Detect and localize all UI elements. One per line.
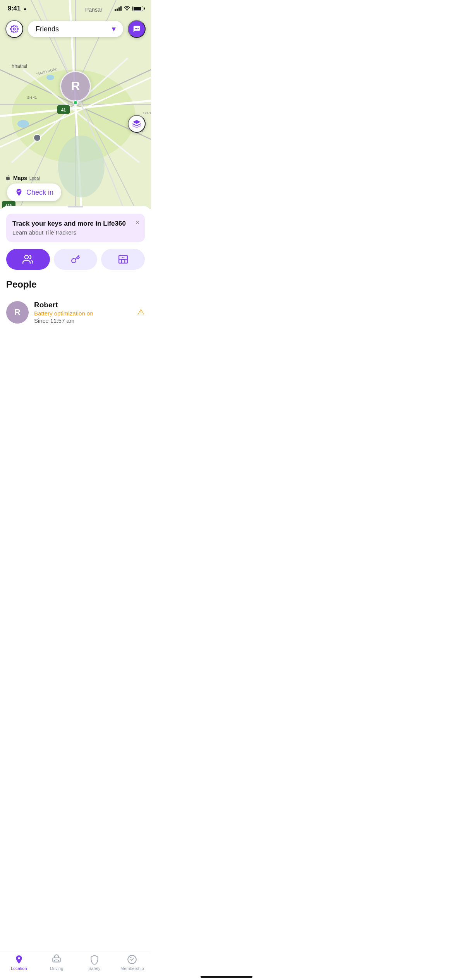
svg-rect-38 bbox=[122, 257, 122, 258]
svg-point-34 bbox=[136, 28, 137, 29]
people-section-title: People bbox=[0, 279, 151, 290]
settings-button[interactable] bbox=[5, 20, 23, 38]
svg-point-17 bbox=[46, 75, 54, 80]
close-banner-button[interactable]: × bbox=[135, 219, 139, 226]
chevron-down-icon: ▾ bbox=[112, 25, 115, 33]
layers-icon bbox=[132, 119, 141, 128]
bottom-sheet: Track your keys and more in Life360 Lear… bbox=[0, 206, 151, 367]
person-name: Robert bbox=[34, 301, 132, 309]
battery-icon bbox=[132, 6, 143, 11]
people-icon bbox=[22, 254, 33, 265]
wifi-icon bbox=[124, 5, 130, 12]
map-container[interactable]: 41 138 ISAND ROAD SH-133 SH-138 hhatral … bbox=[0, 0, 151, 209]
apple-icon bbox=[5, 175, 11, 181]
key-icon bbox=[71, 255, 80, 264]
apple-maps-label: Maps Legal bbox=[5, 175, 40, 181]
svg-text:41: 41 bbox=[61, 108, 66, 112]
person-row[interactable]: R Robert Battery optimization on Since 1… bbox=[0, 296, 151, 329]
apple-maps-text: Maps bbox=[13, 175, 27, 181]
tile-banner: Track your keys and more in Life360 Lear… bbox=[6, 214, 145, 242]
location-arrow-icon: ▲ bbox=[23, 6, 27, 11]
layers-button[interactable] bbox=[128, 115, 146, 133]
banner-subtitle: Learn about Tile trackers bbox=[12, 229, 139, 236]
person-since: Since 11:57 am bbox=[34, 317, 132, 324]
warning-icon: ⚠ bbox=[137, 307, 145, 317]
legal-link[interactable]: Legal bbox=[29, 176, 40, 180]
status-bar: 9:41 ▲ bbox=[0, 0, 151, 17]
building-action-button[interactable] bbox=[101, 249, 145, 270]
checkin-button[interactable]: Check in bbox=[7, 183, 61, 201]
building-icon bbox=[118, 254, 128, 264]
svg-text:SH 41: SH 41 bbox=[27, 96, 37, 99]
friends-label: Friends bbox=[36, 25, 59, 33]
status-icons bbox=[115, 5, 143, 12]
checkin-icon bbox=[15, 188, 23, 197]
svg-text:hhatral: hhatral bbox=[12, 63, 27, 69]
user-marker[interactable]: R bbox=[60, 71, 91, 105]
people-action-button[interactable] bbox=[6, 249, 50, 270]
banner-title: Track your keys and more in Life360 bbox=[12, 220, 139, 228]
svg-point-36 bbox=[25, 255, 28, 259]
other-user-dot bbox=[33, 134, 41, 142]
drag-handle[interactable] bbox=[68, 206, 83, 207]
top-controls: Friends ▾ bbox=[0, 20, 151, 38]
friends-dropdown[interactable]: Friends ▾ bbox=[28, 21, 123, 37]
person-info: Robert Battery optimization on Since 11:… bbox=[34, 301, 132, 324]
marker-pin bbox=[73, 100, 78, 105]
svg-point-35 bbox=[137, 28, 139, 29]
gear-icon bbox=[10, 25, 19, 33]
svg-point-16 bbox=[17, 120, 29, 128]
chat-icon bbox=[132, 25, 141, 33]
marker-avatar: R bbox=[60, 71, 91, 102]
signal-icon bbox=[115, 6, 122, 11]
status-time: 9:41 bbox=[8, 5, 21, 12]
person-avatar: R bbox=[6, 301, 29, 324]
svg-point-33 bbox=[135, 28, 136, 29]
svg-rect-39 bbox=[124, 257, 124, 258]
person-battery-status: Battery optimization on bbox=[34, 310, 132, 317]
svg-point-15 bbox=[58, 135, 105, 197]
key-action-button[interactable] bbox=[54, 249, 98, 270]
chat-button[interactable] bbox=[128, 20, 146, 38]
checkin-label: Check in bbox=[26, 188, 53, 197]
action-buttons-row bbox=[0, 249, 151, 270]
svg-text:SH-133: SH-133 bbox=[143, 111, 151, 115]
